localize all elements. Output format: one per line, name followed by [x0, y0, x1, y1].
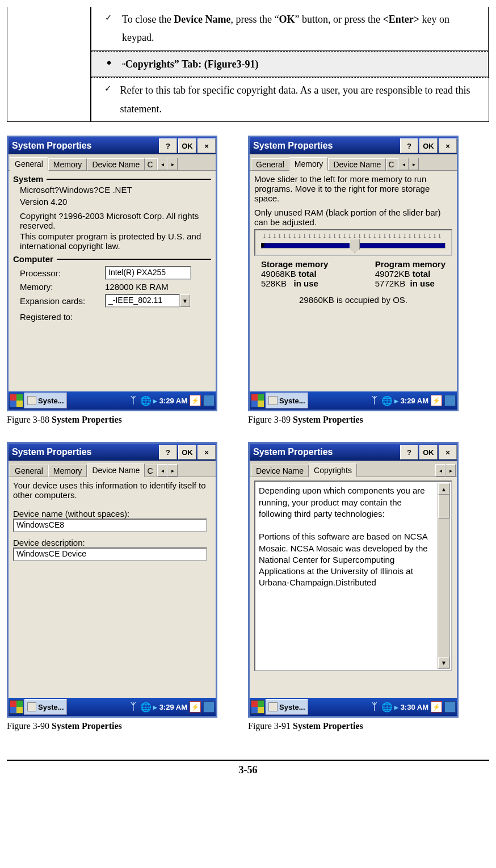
wifi-icon[interactable]: ᛉ [369, 395, 380, 406]
tab-scroll-left-icon[interactable]: ◂ [398, 158, 409, 170]
processor-value: Intel(R) PXA255 [105, 266, 191, 280]
expansion-select[interactable]: _-IEEE_802.11 ▼ [105, 294, 190, 307]
ok-button[interactable]: OK [178, 138, 196, 153]
system-protected: This computer program is protected by U.… [13, 231, 211, 254]
tab-scroll-left-icon[interactable]: ◂ [435, 464, 445, 477]
wifi-icon[interactable]: ᛉ [369, 702, 380, 712]
tab-partial[interactable]: C [145, 158, 157, 171]
close-button[interactable]: × [197, 445, 216, 460]
figure-caption-90: Figure 3-90 System Properties [7, 721, 214, 731]
globe-icon[interactable]: 🌐 [382, 702, 392, 712]
scrollbar[interactable]: ▲ ▼ [438, 483, 450, 669]
tab-memory[interactable]: Memory [48, 465, 87, 477]
memory-label: Memory: [20, 282, 105, 292]
scroll-down-icon[interactable]: ▼ [438, 657, 449, 668]
tab-scroll-left-icon[interactable]: ◂ [157, 464, 167, 477]
system-icon [27, 702, 36, 711]
tab-copyrights[interactable]: Copyrights [309, 464, 357, 477]
desktop-icon[interactable] [444, 395, 456, 406]
wifi-icon[interactable]: ᛉ [128, 702, 138, 712]
help-button[interactable]: ? [400, 138, 418, 153]
copyrights-text: Depending upon which components you are … [254, 481, 452, 671]
close-button[interactable]: × [197, 138, 216, 153]
processor-label: Processor: [20, 268, 105, 278]
expansion-label: Expansion cards: [20, 296, 105, 306]
tab-memory[interactable]: Memory [289, 157, 329, 171]
globe-icon[interactable]: 🌐 [382, 395, 392, 406]
ok-button[interactable]: OK [419, 138, 438, 153]
help-button[interactable]: ? [400, 445, 418, 460]
slider-ticks: IIIIIIIIIIIIIIIIIIIIIIIIIIIIIIIIIIII [259, 234, 448, 239]
battery-icon[interactable]: ⚡ [190, 701, 201, 713]
help-button[interactable]: ? [159, 445, 177, 460]
clock-time[interactable]: 3:30 AM [401, 703, 428, 711]
close-button[interactable]: × [439, 138, 457, 153]
battery-icon[interactable]: ⚡ [431, 395, 442, 406]
device-desc: Your device uses this information to ide… [13, 481, 211, 500]
start-button[interactable] [10, 700, 23, 714]
taskbar-app-button[interactable]: Syste... [266, 699, 308, 715]
tab-scroll-right-icon[interactable]: ▸ [167, 158, 178, 170]
system-line2: Version 4.20 [13, 196, 211, 211]
window-title: System Properties [12, 141, 92, 151]
tab-scroll-right-icon[interactable]: ▸ [445, 464, 456, 477]
tab-general[interactable]: General [10, 157, 48, 171]
ok-button[interactable]: OK [178, 445, 196, 460]
start-button[interactable] [251, 700, 264, 714]
device-screenshot-91: System Properties ? OK × Device Name Cop… [248, 442, 459, 718]
chevron-down-icon[interactable]: ▼ [180, 294, 190, 307]
taskbar-app-button[interactable]: Syste... [266, 393, 308, 408]
memory-slider[interactable]: IIIIIIIIIIIIIIIIIIIIIIIIIIIIIIIIIIII [254, 229, 452, 256]
tab-device-name[interactable]: Device Name [251, 465, 309, 477]
slider-thumb[interactable] [350, 239, 360, 252]
program-total: 49072KB [375, 269, 410, 279]
tab-general[interactable]: General [251, 158, 289, 171]
device-name-input[interactable]: WindowsCE8 [13, 519, 207, 532]
instruction-row-1: ✓ To close the Device Name, press the “O… [91, 7, 489, 51]
tab-memory[interactable]: Memory [48, 158, 87, 171]
memory-value: 128000 KB RAM [105, 282, 169, 292]
device-descr-input[interactable]: WindowsCE Device [13, 547, 207, 561]
clock-time[interactable]: 3:29 AM [159, 703, 187, 711]
battery-icon[interactable]: ⚡ [190, 395, 201, 406]
help-button[interactable]: ? [159, 138, 177, 153]
tab-scroll-left-icon[interactable]: ◂ [157, 158, 167, 170]
tab-scroll-right-icon[interactable]: ▸ [409, 158, 419, 170]
tab-device-name[interactable]: Device Name [87, 464, 145, 477]
system-line1: Microsoft?Windows?CE .NET [13, 184, 211, 196]
taskbar-app-button[interactable]: Syste... [24, 699, 67, 715]
tab-device-name[interactable]: Device Name [87, 158, 145, 171]
close-button[interactable]: × [439, 445, 457, 460]
instruction-row-2: ● “Copyrights” Tab: (Figure3-91) [91, 51, 489, 77]
clock-time[interactable]: 3:29 AM [159, 397, 187, 405]
instr-1-text: To close the Device Name, press the “OK”… [122, 10, 484, 47]
desktop-icon[interactable] [444, 701, 456, 713]
memory-desc-1: Move slider to the left for more memory … [254, 174, 452, 203]
globe-icon[interactable]: 🌐 [141, 702, 151, 712]
tab-scroll-right-icon[interactable]: ▸ [167, 464, 178, 477]
scroll-thumb[interactable] [438, 495, 449, 519]
instructions-table: ✓ To close the Device Name, press the “O… [7, 7, 489, 122]
globe-icon[interactable]: 🌐 [141, 395, 151, 406]
start-button[interactable] [251, 394, 264, 407]
figure-caption-89: Figure 3-89 System Properties [248, 415, 455, 425]
memory-desc-2: Only unused RAM (black portion of the sl… [254, 208, 452, 227]
wifi-icon[interactable]: ᛉ [128, 395, 138, 406]
desktop-icon[interactable] [203, 701, 215, 713]
battery-icon[interactable]: ⚡ [431, 701, 442, 713]
device-name-label: Device name (without spaces): [13, 509, 211, 519]
os-occupy-line: 29860KB is occupied by OS. [254, 295, 452, 305]
scroll-up-icon[interactable]: ▲ [438, 483, 449, 495]
bullet-icon: ● [96, 55, 122, 73]
tab-partial[interactable]: C [386, 158, 398, 171]
start-button[interactable] [10, 394, 23, 407]
storage-inuse: 528KB [261, 279, 287, 288]
tab-partial[interactable]: C [145, 465, 157, 477]
ok-button[interactable]: OK [419, 445, 438, 460]
tab-general[interactable]: General [10, 465, 48, 477]
desktop-icon[interactable] [203, 395, 215, 406]
tab-device-name[interactable]: Device Name [328, 158, 386, 171]
clock-time[interactable]: 3:29 AM [401, 397, 428, 405]
taskbar-app-button[interactable]: Syste... [24, 393, 67, 408]
device-screenshot-88: System Properties ? OK × General Memory … [7, 136, 217, 411]
